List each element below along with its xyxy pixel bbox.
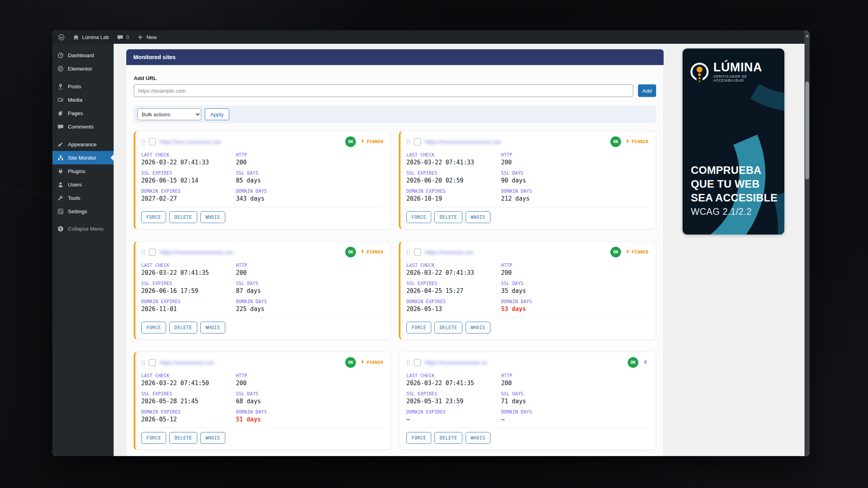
site-card: https://xxxxxxxxxxxxxxxxx.xxx OK PINNED … — [134, 241, 391, 340]
pinned-badge: PINNED — [360, 360, 383, 365]
ssl-days-value: 68 days — [236, 398, 383, 405]
site-checkbox[interactable] — [414, 249, 421, 256]
ssl-expires-label: SSL EXPIRES — [406, 391, 501, 397]
last-check-label: LAST CHECK — [406, 373, 501, 378]
last-check-value: 2026-03-22 07:41:33 — [406, 159, 501, 166]
last-check-label: LAST CHECK — [141, 263, 236, 268]
pin-icon — [360, 360, 365, 365]
force-button[interactable]: FORCE — [141, 211, 166, 223]
ssl-expires-value: 2026-06-16 17:59 — [141, 287, 236, 295]
sidebar-item-elementor[interactable]: Elementor — [52, 62, 114, 75]
site-name: Lúmina Lab — [82, 34, 109, 40]
panel-header: Monitored sites — [126, 49, 664, 65]
force-button[interactable]: FORCE — [406, 322, 431, 333]
new-content-button[interactable]: New — [137, 34, 157, 41]
site-checkbox[interactable] — [149, 138, 156, 145]
domain-expires-label: DOMAIN EXPIRES — [406, 299, 501, 304]
whois-button[interactable]: WHOIS — [466, 322, 490, 333]
divider — [406, 428, 649, 428]
pin-icon — [625, 139, 630, 144]
comment-icon — [57, 123, 64, 130]
force-button[interactable]: FORCE — [406, 432, 431, 444]
sidebar-item-tools[interactable]: Tools — [52, 191, 114, 205]
force-button[interactable]: FORCE — [406, 211, 431, 223]
domain-days-label: DOMAIN DAYS — [236, 188, 383, 194]
sidebar-item-collapse-menu[interactable]: Collapse Menu — [52, 222, 114, 235]
wordpress-logo-icon[interactable]: W — [58, 34, 65, 41]
drag-handle-icon[interactable] — [406, 139, 410, 145]
delete-button[interactable]: DELETE — [169, 322, 197, 333]
http-label: HTTP — [501, 152, 649, 158]
sidebar-item-plugins[interactable]: Plugins — [52, 164, 114, 178]
whois-button[interactable]: WHOIS — [200, 322, 225, 333]
site-cards-grid: https://xxx.xxxxxxxxx.xxx OK PINNED LAST… — [134, 131, 656, 456]
delete-button[interactable]: DELETE — [434, 322, 462, 333]
domain-expires-label: DOMAIN EXPIRES — [406, 188, 501, 194]
whois-button[interactable]: WHOIS — [466, 432, 490, 444]
sidebar-item-media[interactable]: Media — [52, 93, 114, 106]
delete-button[interactable]: DELETE — [169, 432, 197, 444]
force-button[interactable]: FORCE — [141, 432, 166, 444]
delete-button[interactable]: DELETE — [169, 211, 197, 223]
bulk-actions-select[interactable]: Bulk actions — [137, 108, 201, 120]
site-url-blurred[interactable]: https://xxxxxxxx.xxx — [425, 249, 606, 255]
sidebar-item-settings[interactable]: Settings — [52, 205, 114, 218]
comment-icon — [117, 34, 123, 41]
sidebar-item-appearance[interactable]: Appearance — [52, 138, 114, 151]
drag-handle-icon[interactable] — [141, 249, 145, 255]
site-url-blurred[interactable]: https://xxxxxxxxxxxxxxxxx.xxx — [160, 249, 341, 255]
window-scrollbar[interactable] — [804, 30, 810, 456]
last-check-value: 2026-03-22 07:41:33 — [141, 159, 236, 166]
site-card: https://xxxxxxxxxx.xxx OK PINNED LAST CH… — [134, 352, 391, 450]
admin-content-area: Monitored sites Add URL Add Bulk actions… — [114, 44, 810, 456]
drag-handle-icon[interactable] — [141, 359, 145, 366]
force-button[interactable]: FORCE — [141, 322, 166, 333]
divider — [406, 207, 649, 207]
add-url-input[interactable] — [134, 84, 633, 97]
sidebar-item-dashboard[interactable]: Dashboard — [52, 48, 114, 62]
site-url-blurred[interactable]: https://xxxxxxxxxx.xxx — [160, 359, 341, 366]
last-check-value: 2026-03-22 07:41:35 — [406, 380, 501, 387]
sidebar-item-comments[interactable]: Comments — [52, 120, 114, 133]
sidebar-item-users[interactable]: Users — [52, 178, 114, 191]
ssl-days-value: 85 days — [236, 177, 383, 184]
sidebar-item-site-monitor[interactable]: Site Monitor — [52, 151, 114, 164]
last-check-label: LAST CHECK — [141, 373, 236, 378]
whois-button[interactable]: WHOIS — [200, 432, 225, 444]
add-url-button[interactable]: Add — [638, 84, 656, 97]
apply-button[interactable]: Apply — [205, 108, 229, 120]
pinned-badge: PINNED — [625, 139, 649, 144]
lumina-promo-banner: LÚMINA VERIFICADOR DE ACCESIBILIDAD COMP… — [683, 48, 784, 235]
drag-handle-icon[interactable] — [406, 359, 410, 366]
whois-button[interactable]: WHOIS — [200, 211, 225, 223]
domain-days-value: — — [501, 416, 649, 423]
site-checkbox[interactable] — [414, 359, 421, 366]
sidebar-item-posts[interactable]: Posts — [52, 80, 114, 93]
comments-bubble[interactable]: 0 — [117, 34, 129, 41]
drag-handle-icon[interactable] — [141, 139, 145, 145]
sidebar-item-pages[interactable]: Pages — [52, 106, 114, 120]
whois-button[interactable]: WHOIS — [466, 211, 490, 223]
site-checkbox[interactable] — [414, 138, 421, 145]
scrollbar-thumb[interactable] — [805, 82, 809, 179]
ssl-days-label: SSL DAYS — [236, 170, 383, 176]
site-checkbox[interactable] — [149, 359, 156, 366]
http-value: 200 — [236, 380, 383, 387]
scroll-up-arrow[interactable] — [806, 33, 809, 37]
domain-expires-value: 2026-05-12 — [141, 416, 236, 423]
domain-days-label: DOMAIN DAYS — [236, 409, 383, 415]
delete-button[interactable]: DELETE — [434, 432, 462, 444]
delete-button[interactable]: DELETE — [434, 211, 462, 223]
domain-days-value: 212 days — [501, 195, 649, 203]
site-url-blurred[interactable]: https://xxxxxxxxxxxxxxxxxx.xxx — [425, 139, 606, 145]
site-url-blurred[interactable]: https://xxx.xxxxxxxxx.xxx — [160, 139, 341, 145]
drag-handle-icon[interactable] — [406, 249, 410, 255]
site-url-blurred[interactable]: https://xxxxxxxxxxxxxx.xx — [425, 359, 624, 366]
pin-outline-icon[interactable] — [642, 359, 649, 366]
site-checkbox[interactable] — [149, 249, 156, 256]
ssl-expires-value: 2026-05-28 21:45 — [141, 398, 236, 405]
ssl-expires-value: 2026-04-25 15:27 — [406, 287, 501, 295]
ssl-days-label: SSL DAYS — [501, 391, 649, 397]
site-name-link[interactable]: Lúmina Lab — [73, 34, 109, 41]
domain-expires-value: — — [406, 416, 501, 423]
